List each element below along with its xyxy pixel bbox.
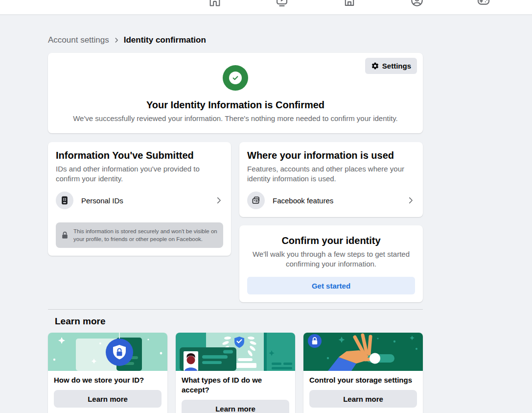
facebook-features-label: Facebook features <box>273 196 333 205</box>
settings-button-label: Settings <box>382 62 411 70</box>
learn-more-heading: Learn more <box>55 316 423 327</box>
top-navigation-bar <box>0 0 532 15</box>
learn-card-title: Control your storage settings <box>309 375 417 385</box>
learn-card-store-id: How do we store your ID? Learn more <box>48 333 167 413</box>
id-cards-stack-icon <box>247 192 265 209</box>
get-started-button[interactable]: Get started <box>247 277 415 294</box>
status-title: Your Identity Information is Confirmed <box>56 99 415 111</box>
storage-settings-illustration <box>303 333 423 371</box>
breadcrumb-current: Identity confirmation <box>124 35 206 45</box>
chevron-right-icon <box>214 196 223 205</box>
identity-confirmation-page: Account settings Identity confirmation S… <box>48 35 423 413</box>
id-document-icon <box>56 192 73 209</box>
learn-more-button[interactable]: Learn more <box>54 390 162 408</box>
section-divider <box>48 309 423 310</box>
personal-ids-row[interactable]: Personal IDs <box>56 192 223 209</box>
learn-more-cards: How do we store your ID? Learn more <box>48 333 423 413</box>
submitted-card-description: IDs and other information you've provide… <box>56 164 223 184</box>
learn-more-button[interactable]: Learn more <box>182 400 289 413</box>
store-id-illustration <box>48 333 167 371</box>
confirm-identity-card: Confirm your identity We'll walk you thr… <box>239 225 423 302</box>
video-icon[interactable] <box>275 0 289 7</box>
learn-more-button[interactable]: Learn more <box>309 390 417 408</box>
lock-icon <box>61 231 69 239</box>
learn-card-id-types: What types of ID do we accept? Learn mor… <box>176 333 295 413</box>
confirm-card-title: Confirm your identity <box>247 235 415 246</box>
profile-icon[interactable] <box>410 0 424 7</box>
breadcrumb-chevron-icon <box>113 37 120 44</box>
usage-card-title: Where your information is used <box>247 150 415 161</box>
confirmed-check-icon <box>223 65 248 91</box>
status-description: We've successfully reviewed your informa… <box>64 114 407 123</box>
facebook-features-row[interactable]: Facebook features <box>247 192 415 209</box>
gear-icon <box>371 62 379 70</box>
gaming-icon[interactable] <box>477 0 490 7</box>
usage-info-card: Where your information is used Features,… <box>239 142 423 217</box>
breadcrumb: Account settings Identity confirmation <box>48 35 423 45</box>
identity-status-card: Settings Your Identity Information is Co… <box>48 53 423 133</box>
breadcrumb-account-settings[interactable]: Account settings <box>48 35 109 45</box>
learn-card-title: How do we store your ID? <box>54 375 162 385</box>
chevron-right-icon <box>406 196 415 205</box>
privacy-notice: This information is stored securely and … <box>56 222 223 248</box>
settings-button[interactable]: Settings <box>365 58 417 74</box>
personal-ids-label: Personal IDs <box>81 196 123 205</box>
submitted-info-card: Information You've Submitted IDs and oth… <box>48 142 231 256</box>
home-icon[interactable] <box>208 0 222 7</box>
privacy-notice-text: This information is stored securely and … <box>73 227 217 243</box>
learn-card-storage-settings: Control your storage settings Learn more <box>303 333 423 413</box>
usage-card-description: Features, accounts and other places wher… <box>247 164 415 184</box>
learn-card-title: What types of ID do we accept? <box>182 375 289 395</box>
submitted-card-title: Information You've Submitted <box>56 150 223 161</box>
confirm-card-description: We'll walk you through a few steps to ge… <box>251 249 412 269</box>
marketplace-icon[interactable] <box>343 0 356 7</box>
id-types-illustration <box>176 333 295 371</box>
